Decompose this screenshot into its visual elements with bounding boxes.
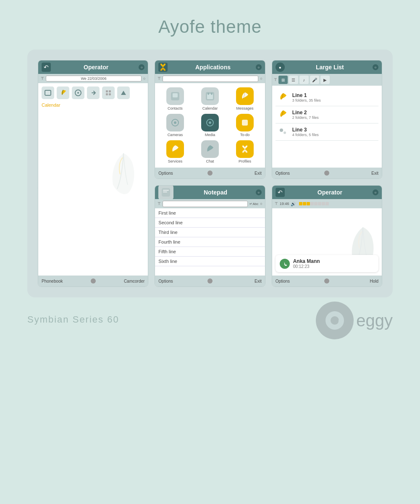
svg-point-2 <box>77 92 79 94</box>
line2-icon <box>277 109 289 121</box>
phone5-time: 19:46 <box>280 202 289 206</box>
phone4-footer-right: Exit <box>213 279 262 284</box>
app-todo[interactable]: To-do <box>229 114 261 137</box>
list-item-line3: Line 3 4 folders, 5 files <box>276 123 378 141</box>
notepad-lines: First line Second line Third line Fourth… <box>155 208 265 266</box>
phone1-settings-icon: ○ <box>143 76 145 81</box>
phone1-header-icon: ↶ <box>42 63 51 72</box>
phone1-statusbar: ⊤ We 22/03/2006 ○ <box>38 74 148 83</box>
todo-label: To-do <box>240 133 250 137</box>
svg-rect-11 <box>207 94 213 99</box>
line3-name: Line 3 <box>292 127 377 133</box>
phone3-footer-left: Options <box>276 171 325 176</box>
phone3-body: Line 1 3 folders, 35 files Line 2 2 fold… <box>272 86 382 168</box>
line1-icon <box>277 92 289 103</box>
phone2-footer: Options Exit <box>155 168 265 178</box>
phone-operator-call: ↶ Operator ○ ⊤ 19:46 🔊 <box>272 185 382 287</box>
op-icon-arrow <box>87 87 100 99</box>
op-icon-leaf <box>57 87 69 99</box>
app-media[interactable]: Media <box>194 114 226 137</box>
app-calendar[interactable]: Calendar <box>194 87 226 110</box>
phone2-search <box>163 76 258 82</box>
eggy-logo: eggy <box>316 302 393 339</box>
toolbar-btn-grid[interactable]: ⊞ <box>278 76 288 84</box>
phone5-footer-left: Options <box>276 279 325 284</box>
call-duration: 00:12:23 <box>293 264 320 269</box>
app-services[interactable]: Services <box>159 140 191 163</box>
cameras-label: Cameras <box>168 133 183 137</box>
phone5-footer-dot <box>324 278 329 284</box>
contacts-label: Contacts <box>168 106 183 110</box>
notepad-line-1: First line <box>155 208 265 218</box>
call-info: Anka Mann 00:12:23 <box>293 258 320 269</box>
line3-icon <box>277 126 289 138</box>
phone-large-list: ● Large List ○ ⊤ ⊞ ☰ ♪ 🎤 ▶ <box>272 60 382 179</box>
app-messages[interactable]: Messages <box>229 87 261 110</box>
phone5-header-dot: ○ <box>373 189 378 195</box>
operator-icons <box>42 87 144 99</box>
app-chat[interactable]: Chat <box>194 140 226 163</box>
bottom-area: Symbian Series 60 eggy <box>27 302 393 348</box>
phone4-footer: Options Exit <box>155 276 265 286</box>
phone4-footer-dot <box>207 278 213 284</box>
main-container: ↶ Operator ○ ⊤ We 22/03/2006 ○ <box>27 50 393 297</box>
abc-label: ↵Abc <box>249 202 258 206</box>
line1-text: Line 1 3 folders, 35 files <box>292 92 377 102</box>
phone4-title: Notepad <box>175 189 255 196</box>
phone2-header-dot: ○ <box>256 64 262 70</box>
toolbar-btn-mic[interactable]: 🎤 <box>310 76 319 84</box>
svg-point-26 <box>331 316 339 325</box>
calendar-app-icon <box>201 87 219 105</box>
calendar-app-label: Calendar <box>202 106 218 110</box>
battery-seg-6 <box>318 202 321 205</box>
phone1-footer: Phonebook Camcorder <box>38 276 148 286</box>
app-profiles[interactable]: Profiles <box>229 140 261 163</box>
app-cameras[interactable]: Cameras <box>159 114 191 137</box>
phone4-search <box>163 201 248 207</box>
svg-rect-5 <box>106 93 108 95</box>
notepad-line-2: Second line <box>155 218 265 228</box>
phone4-header: Notepad ○ <box>155 186 265 199</box>
todo-icon <box>236 114 254 131</box>
op-icon-grid <box>102 87 115 99</box>
toolbar-btn-list[interactable]: ☰ <box>289 76 298 84</box>
phone5-body: Anka Mann 00:12:23 <box>272 208 382 276</box>
phone2-searchbar: ⊤ ○ <box>155 74 265 83</box>
battery-seg-7 <box>322 202 325 205</box>
svg-rect-23 <box>163 192 167 192</box>
phone1-date: We 22/03/2006 <box>46 76 142 81</box>
bottom-row: Notepad ○ ⊤ ↵Abc ○ First line Second lin… <box>155 185 382 287</box>
phone-operator-calendar: ↶ Operator ○ ⊤ We 22/03/2006 ○ <box>38 60 148 287</box>
toolbar-btn-more[interactable]: ▶ <box>320 76 330 84</box>
app-contacts[interactable]: Contacts <box>159 87 191 110</box>
toolbar-btn-music[interactable]: ♪ <box>299 76 309 84</box>
phone3-header-dot: ○ <box>373 64 378 70</box>
battery-seg-2 <box>303 202 306 205</box>
phone3-footer-dot <box>324 171 329 176</box>
phone5-title: Operator <box>287 189 373 196</box>
call-card: Anka Mann 00:12:23 <box>276 255 378 272</box>
battery-seg-5 <box>314 202 318 205</box>
eggy-circle-icon <box>316 302 354 339</box>
phone3-footer-right: Exit <box>329 171 378 176</box>
op-icon-cd <box>72 87 84 99</box>
notepad-line-5: Fifth line <box>155 247 265 257</box>
op-icon-browser <box>42 87 54 99</box>
services-label: Services <box>168 159 183 163</box>
svg-rect-3 <box>106 90 108 92</box>
cameras-icon <box>166 114 184 131</box>
line1-name: Line 1 <box>292 92 377 98</box>
phone2-body: Contacts Calendar <box>155 83 265 168</box>
svg-point-19 <box>280 129 283 132</box>
svg-point-15 <box>174 121 176 124</box>
eggy-text: eggy <box>356 311 393 330</box>
battery-seg-4 <box>310 202 314 205</box>
phone4-header-dot: ○ <box>256 189 262 195</box>
calendar-leaf-watermark <box>107 151 140 202</box>
svg-rect-4 <box>109 90 111 92</box>
notepad-line-6: Sixth line <box>155 257 265 266</box>
phone1-header-dot: ○ <box>139 64 144 70</box>
phone-applications: Applications ○ ⊤ ○ Contacts <box>155 60 265 179</box>
page-title: Ayofe theme <box>158 17 262 37</box>
svg-rect-6 <box>109 93 111 95</box>
